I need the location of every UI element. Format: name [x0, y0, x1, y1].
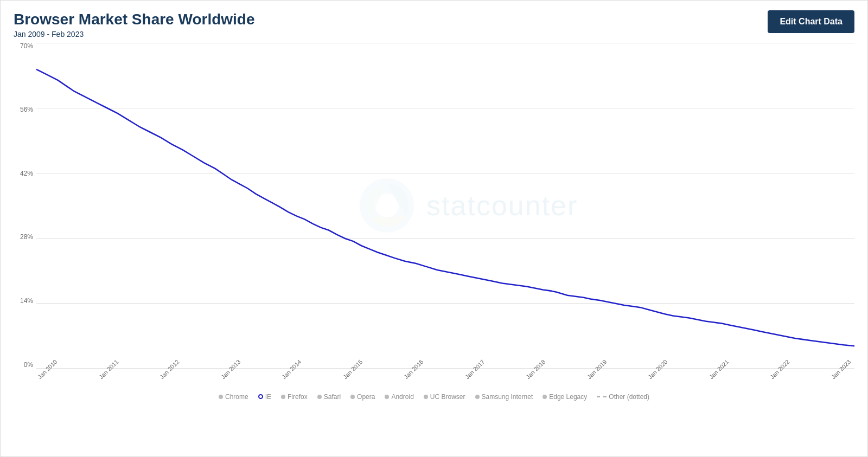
- y-label-14: 14%: [20, 298, 33, 304]
- legend-other: Other (dotted): [597, 393, 649, 401]
- legend-chrome-label: Chrome: [225, 393, 248, 401]
- legend-chrome: Chrome: [219, 393, 248, 401]
- chart-header: Browser Market Share Worldwide Jan 2009 …: [14, 10, 854, 38]
- legend-samsung: Samsung Internet: [475, 393, 533, 401]
- legend-firefox: Firefox: [281, 393, 308, 401]
- chart-legend: Chrome IE Firefox Safari Opera Android U…: [14, 393, 854, 401]
- y-axis: 70% 56% 42% 28% 14% 0%: [14, 43, 36, 368]
- page-container: Browser Market Share Worldwide Jan 2009 …: [0, 0, 868, 457]
- legend-opera-label: Opera: [357, 393, 375, 401]
- legend-ie-label: IE: [265, 393, 271, 401]
- legend-uc-browser: UC Browser: [424, 393, 465, 401]
- grid-line-5: [36, 368, 854, 369]
- samsung-legend-icon: [475, 395, 480, 399]
- firefox-legend-icon: [281, 395, 285, 399]
- x-axis: Jan 2010 Jan 2011 Jan 2012 Jan 2013 Jan …: [36, 375, 854, 382]
- legend-other-label: Other (dotted): [609, 393, 649, 401]
- legend-uc-browser-label: UC Browser: [430, 393, 465, 401]
- legend-android: Android: [385, 393, 413, 401]
- y-label-70: 70%: [20, 43, 33, 49]
- android-legend-icon: [385, 395, 389, 399]
- edit-chart-button[interactable]: Edit Chart Data: [768, 10, 854, 33]
- y-label-28: 28%: [20, 234, 33, 240]
- chart-area: 70% 56% 42% 28% 14% 0%: [14, 43, 854, 390]
- legend-edge-legacy: Edge Legacy: [542, 393, 587, 401]
- legend-safari: Safari: [317, 393, 341, 401]
- ie-legend-icon: [258, 394, 263, 399]
- legend-firefox-label: Firefox: [288, 393, 308, 401]
- ie-line-chart: [36, 43, 854, 368]
- y-label-42: 42%: [20, 170, 33, 177]
- other-legend-icon: [597, 396, 607, 397]
- legend-android-label: Android: [391, 393, 413, 401]
- legend-opera: Opera: [350, 393, 375, 401]
- legend-samsung-label: Samsung Internet: [482, 393, 533, 401]
- safari-legend-icon: [317, 395, 322, 399]
- legend-ie: IE: [258, 393, 271, 401]
- legend-edge-legacy-label: Edge Legacy: [549, 393, 587, 401]
- legend-safari-label: Safari: [324, 393, 341, 401]
- chart-subtitle: Jan 2009 - Feb 2023: [14, 30, 255, 38]
- chart-title: Browser Market Share Worldwide: [14, 10, 255, 29]
- edge-legacy-legend-icon: [542, 395, 547, 399]
- y-label-56: 56%: [20, 106, 33, 113]
- chart-inner: statcounter: [36, 43, 854, 368]
- uc-browser-legend-icon: [424, 395, 428, 399]
- title-block: Browser Market Share Worldwide Jan 2009 …: [14, 10, 255, 38]
- chrome-legend-icon: [219, 395, 223, 399]
- opera-legend-icon: [350, 395, 355, 399]
- y-label-0: 0%: [24, 362, 33, 368]
